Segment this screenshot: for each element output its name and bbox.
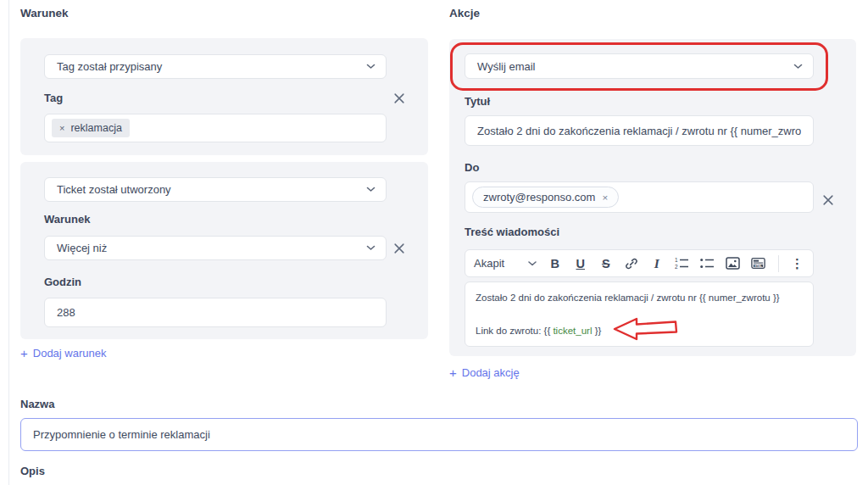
chevron-down-icon [366,187,376,192]
hours-input[interactable] [44,298,387,327]
condition2-trigger-select[interactable]: Ticket został utworzony [44,177,387,202]
svg-text:1: 1 [675,257,678,263]
close-icon [822,194,834,206]
remove-condition2-button[interactable] [393,242,405,254]
tag-chip-remove-icon[interactable]: × [59,123,64,133]
operator-select[interactable]: Więcej niż [44,236,387,260]
underline-button[interactable]: U [573,255,587,272]
email-to-input[interactable]: zwroty@responso.com × [465,181,814,213]
tag-label: Tag [44,92,63,104]
recipient-chip: zwroty@responso.com × [472,187,619,208]
image-icon [726,257,740,270]
editor-line2-suffix: }} [592,326,601,336]
remove-condition1-button[interactable] [393,92,405,104]
email-title-label: Tytuł [465,95,490,108]
add-condition-label: Dodaj warunek [33,347,107,360]
condition1-trigger-value: Tag został przypisany [57,60,162,73]
plus-icon: + [20,348,28,359]
rule-name-input[interactable] [20,418,858,451]
actions-header: Akcje [449,7,480,20]
ordered-list-icon: 1 2 [675,257,689,270]
action-type-select[interactable]: Wyślij email [465,53,814,79]
bold-button[interactable]: B [548,255,562,272]
close-icon [393,242,405,254]
chevron-down-icon [366,64,376,70]
close-icon [393,92,405,104]
recipient-chip-label: zwroty@responso.com [483,191,595,203]
strikethrough-button[interactable]: S [598,255,613,272]
name-label: Nazwa [20,398,54,410]
bullet-list-button[interactable] [700,255,715,272]
email-to-label: Do [465,161,479,174]
remove-action-button[interactable] [822,194,834,206]
ordered-list-button[interactable]: 1 2 [675,255,689,272]
tag-chip-label: reklamacja [70,122,121,134]
condition1-trigger-select[interactable]: Tag został przypisany [44,54,387,79]
toolbar-separator [778,255,779,272]
chevron-down-icon [366,245,376,251]
html-source-button[interactable]: HTML [751,255,765,272]
recipient-chip-remove-icon[interactable]: × [602,192,608,203]
link-icon [625,257,638,270]
toolbar-more-button[interactable]: ⋮ [790,255,804,272]
email-title-input[interactable] [465,115,814,146]
add-action-button[interactable]: + Dodaj akcję [449,366,520,379]
hours-label: Godzin [44,276,81,288]
tag-input[interactable]: × reklamacja [44,114,387,142]
editor-line2-prefix: Link do zwrotu: {{ [476,326,553,336]
paragraph-style-select[interactable]: Akapit [474,257,537,270]
plus-icon: + [449,367,457,378]
action-type-value: Wyślij email [477,60,536,73]
condition2-trigger-value: Ticket został utworzony [57,183,171,196]
italic-button[interactable]: I [649,255,664,272]
add-condition-button[interactable]: + Dodaj warunek [20,347,106,360]
tag-chip: × reklamacja [52,119,130,137]
insert-image-button[interactable] [726,255,740,272]
chevron-down-icon [793,64,803,70]
paragraph-style-value: Akapit [474,257,504,270]
editor-toolbar: Akapit B U S I 1 2 [465,249,814,277]
left-panel-divider [8,0,9,485]
svg-text:HTML: HTML [755,265,763,268]
bullet-list-icon [700,257,715,270]
html-source-icon: HTML [751,257,765,270]
add-action-label: Dodaj akcję [462,366,520,379]
operator-value: Więcej niż [57,242,107,254]
automation-editor-page: Warunek Tag został przypisany Tag × rekl… [0,0,868,485]
template-variable: ticket_url [553,326,592,336]
email-body-label: Treść wiadomości [465,226,559,238]
red-arrow-annotation [613,317,679,343]
editor-line-1: Zostało 2 dni do zakończenia reklamacji … [476,291,803,304]
condition2-operator-label: Warunek [44,213,90,226]
conditions-header: Warunek [20,7,69,20]
svg-text:2: 2 [675,264,678,270]
link-button[interactable] [624,255,638,272]
description-label: Opis [20,465,45,477]
chevron-down-icon [528,261,537,266]
